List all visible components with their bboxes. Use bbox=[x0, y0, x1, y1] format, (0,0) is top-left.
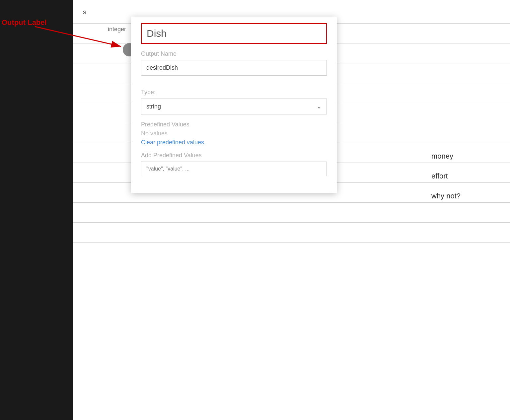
output-label-annotation: Output Label bbox=[2, 18, 47, 27]
popup-panel: Dish Output Name Type: string ⌄ Predefin… bbox=[131, 17, 337, 193]
add-predefined-input[interactable] bbox=[141, 162, 327, 176]
divider-11 bbox=[73, 222, 510, 223]
chevron-down-icon: ⌄ bbox=[317, 103, 322, 110]
output-name-label: Output Name bbox=[141, 50, 327, 57]
no-values-text: No values bbox=[141, 130, 327, 137]
output-name-input[interactable] bbox=[141, 60, 327, 76]
add-predefined-label: Add Predefined Values bbox=[141, 152, 327, 159]
title-input-wrapper[interactable]: Dish bbox=[141, 23, 327, 44]
type-section: Type: string ⌄ bbox=[141, 89, 327, 114]
integer-type-label: integer bbox=[73, 26, 126, 33]
predefined-values-section: Predefined Values No values Clear predef… bbox=[141, 121, 327, 176]
right-item-effort: effort bbox=[431, 172, 448, 180]
divider-10 bbox=[73, 202, 510, 203]
right-item-money: money bbox=[431, 152, 453, 161]
divider-12 bbox=[73, 242, 510, 243]
type-dropdown[interactable]: string ⌄ bbox=[141, 99, 327, 114]
type-selected-value: string bbox=[146, 103, 161, 110]
output-name-section: Output Name bbox=[141, 50, 327, 82]
predefined-values-label: Predefined Values bbox=[141, 121, 327, 128]
right-item-why-not: why not? bbox=[431, 192, 461, 200]
left-panel bbox=[0, 0, 73, 420]
clear-predefined-link[interactable]: Clear predefined values. bbox=[141, 139, 327, 146]
col-header-partial: s bbox=[83, 8, 86, 16]
output-label-text: Output Label bbox=[2, 18, 47, 27]
type-label: Type: bbox=[141, 89, 327, 96]
popup-title: Dish bbox=[147, 28, 167, 39]
